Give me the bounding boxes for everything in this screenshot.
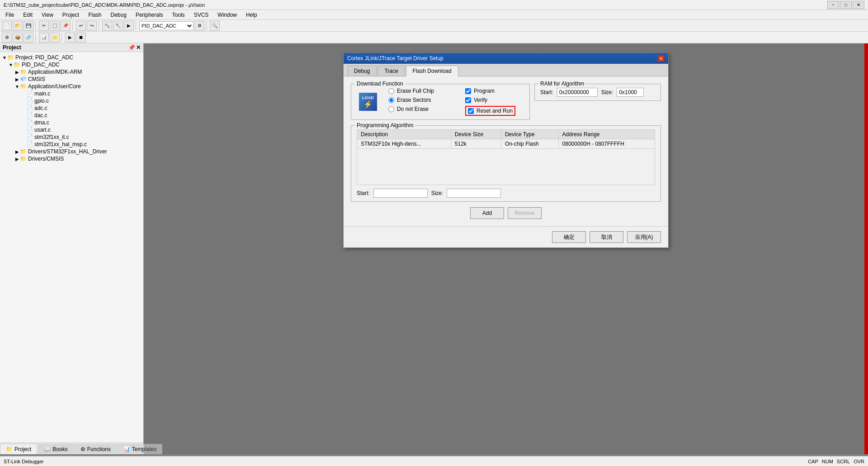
tree-node[interactable]: 📄usart.c xyxy=(2,126,142,133)
tree-node[interactable]: ▼📁PID_DAC_ADC xyxy=(2,61,142,68)
ram-size-input[interactable] xyxy=(617,88,644,97)
apply-button[interactable]: 应用(A) xyxy=(627,231,661,243)
tree-expand-icon[interactable]: ▶ xyxy=(14,77,20,82)
verify-checkbox[interactable] xyxy=(465,97,471,103)
save-btn[interactable]: 💾 xyxy=(24,21,33,31)
tree-node[interactable]: ▼📁Application/User/Core xyxy=(2,83,142,90)
panel-pin-icon[interactable]: 📌 xyxy=(128,44,135,51)
rebuild-btn[interactable]: 🔧 xyxy=(113,21,123,31)
tree-icon: 📄 xyxy=(26,112,33,119)
erase-sectors-label: Erase Sectors xyxy=(397,97,431,103)
menu-item-project[interactable]: Project xyxy=(59,11,83,19)
bottom-size-input[interactable] xyxy=(447,189,501,198)
cancel-button[interactable]: 取消 xyxy=(590,231,623,243)
reset-run-option[interactable]: Reset and Run xyxy=(468,108,513,114)
tree-node[interactable]: 📄adc.c xyxy=(2,105,142,112)
tree-expand-icon[interactable]: ▼ xyxy=(2,55,7,60)
menu-item-window[interactable]: Window xyxy=(214,11,241,19)
debug-btn[interactable]: ▶ xyxy=(124,21,134,31)
tree-node[interactable]: ▼📁Project: PID_DAC_ADC xyxy=(2,54,142,61)
tree-node[interactable]: 📄stm32f1xx_it.c xyxy=(2,133,142,141)
tree-expand-icon[interactable]: ▶ xyxy=(14,149,20,154)
tb2-btn5[interactable]: 🌟 xyxy=(50,33,60,43)
combo-manage-btn[interactable]: ⚙ xyxy=(194,21,204,31)
tree-label: Drivers/STM32F1xx_HAL_Driver xyxy=(28,148,107,155)
menu-item-flash[interactable]: Flash xyxy=(85,11,105,19)
redo-btn[interactable]: ↪ xyxy=(87,21,97,31)
target-combo[interactable]: PID_DAC_ADC xyxy=(139,21,193,30)
dialog-tabs: DebugTraceFlash Download xyxy=(344,64,668,76)
maximize-button[interactable]: □ xyxy=(840,1,852,9)
tree-node[interactable]: 📄dma.c xyxy=(2,119,142,126)
bottom-tab-project[interactable]: 📁Project xyxy=(0,444,37,454)
tree-expand-icon[interactable]: ▼ xyxy=(8,62,14,67)
tb2-btn7[interactable]: ⏹ xyxy=(76,33,86,43)
erase-full-chip-option[interactable]: Erase Full Chip xyxy=(388,88,452,94)
dialog-tab-debug[interactable]: Debug xyxy=(347,66,377,76)
dialog-close-button[interactable]: ✕ xyxy=(657,55,665,62)
tb2-btn2[interactable]: 📦 xyxy=(13,33,23,43)
add-remove-area: Add Remove xyxy=(351,207,661,219)
ok-button[interactable]: 确定 xyxy=(552,231,586,243)
menu-item-tools[interactable]: Tools xyxy=(169,11,189,19)
erase-sectors-option[interactable]: Erase Sectors xyxy=(388,97,452,103)
tree-node[interactable]: ▶📁Drivers/STM32F1xx_HAL_Driver xyxy=(2,148,142,155)
debugger-status: ST-Link Debugger xyxy=(4,459,44,464)
minimize-button[interactable]: − xyxy=(827,1,839,9)
tree-node[interactable]: 📄main.c xyxy=(2,90,142,97)
menu-item-debug[interactable]: Debug xyxy=(107,11,130,19)
undo-btn[interactable]: ↩ xyxy=(76,21,86,31)
reset-run-checkbox[interactable] xyxy=(468,108,474,114)
bottom-start-input[interactable] xyxy=(373,189,428,198)
menu-item-svcs[interactable]: SVCS xyxy=(190,11,212,19)
tree-node[interactable]: 📄dac.c xyxy=(2,112,142,119)
program-checkbox[interactable] xyxy=(465,88,471,94)
tree-node[interactable]: ▶💎CMSIS xyxy=(2,76,142,83)
tree-node[interactable]: ▶📁Application/MDK-ARM xyxy=(2,68,142,76)
tree-label: Drivers/CMSIS xyxy=(28,156,64,162)
tree-node[interactable]: 📄gpio.c xyxy=(2,97,142,105)
copy-btn[interactable]: 📋 xyxy=(50,21,60,31)
paste-btn[interactable]: 📌 xyxy=(61,21,71,31)
do-not-erase-option[interactable]: Do not Erase xyxy=(388,106,452,112)
tb2-btn1[interactable]: ⚙ xyxy=(2,33,12,43)
tree-expand-icon[interactable]: ▼ xyxy=(14,84,20,89)
ram-group-title: RAM for Algorithm xyxy=(538,81,586,87)
tb2-btn3[interactable]: 🔗 xyxy=(24,33,33,43)
tb2-btn4[interactable]: 📊 xyxy=(39,33,49,43)
tree-expand-icon[interactable]: ▶ xyxy=(14,70,20,75)
verify-option[interactable]: Verify xyxy=(465,97,515,103)
panel-close-icon[interactable]: ✕ xyxy=(136,44,141,51)
tb2-btn6[interactable]: ▶ xyxy=(65,33,75,43)
tree-icon: 📄 xyxy=(26,141,33,147)
new-btn[interactable]: 📄 xyxy=(2,21,12,31)
ram-start-input[interactable] xyxy=(557,88,598,97)
tree-expand-icon[interactable]: ▶ xyxy=(14,157,20,162)
erase-full-chip-radio[interactable] xyxy=(388,88,394,94)
cut-btn[interactable]: ✂ xyxy=(39,21,49,31)
tree-node[interactable]: 📄stm32f1xx_hal_msp.c xyxy=(2,141,142,148)
menu-item-view[interactable]: View xyxy=(38,11,57,19)
tree-node[interactable]: ▶📁Drivers/CMSIS xyxy=(2,155,142,162)
build-btn[interactable]: 🔨 xyxy=(102,21,112,31)
do-not-erase-radio[interactable] xyxy=(388,106,394,112)
menu-item-edit[interactable]: Edit xyxy=(19,11,36,19)
add-button[interactable]: Add xyxy=(470,207,504,219)
close-button[interactable]: ✕ xyxy=(853,1,864,9)
menu-item-peripherals[interactable]: Peripherals xyxy=(132,11,167,19)
search-btn[interactable]: 🔍 xyxy=(210,21,220,31)
dialog-tab-flash-download[interactable]: Flash Download xyxy=(406,66,458,76)
bottom-tab-functions[interactable]: ⚙Functions xyxy=(75,444,117,454)
erase-sectors-radio[interactable] xyxy=(388,97,394,103)
caps-indicator: CAP xyxy=(808,459,818,464)
bottom-tab-books[interactable]: 📖Books xyxy=(38,444,73,454)
open-btn[interactable]: 📂 xyxy=(13,21,23,31)
table-row[interactable]: STM32F10x High-dens... 512k On-chip Flas… xyxy=(357,139,655,149)
remove-button[interactable]: Remove xyxy=(508,207,542,219)
menu-item-file[interactable]: File xyxy=(2,11,18,19)
dialog-tab-trace[interactable]: Trace xyxy=(377,66,405,76)
program-option[interactable]: Program xyxy=(465,88,515,94)
load-icon-area: LOAD ⚡ xyxy=(357,88,379,116)
scroll-indicator[interactable] xyxy=(864,43,868,454)
menu-item-help[interactable]: Help xyxy=(242,11,261,19)
